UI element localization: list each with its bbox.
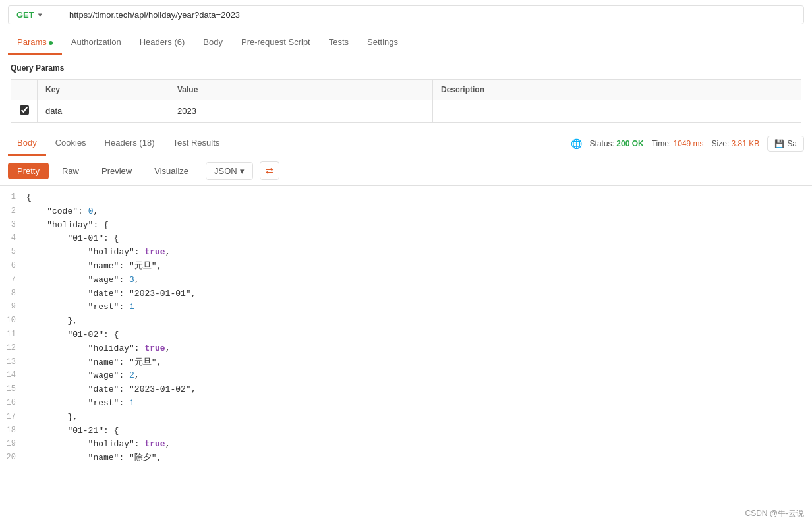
json-line: 5 "holiday": true, bbox=[0, 246, 812, 260]
line-number: 1 bbox=[0, 191, 26, 205]
line-number: 5 bbox=[0, 246, 26, 260]
line-content: "holiday": true, bbox=[26, 342, 804, 356]
tab-tests[interactable]: Tests bbox=[320, 30, 358, 55]
tab-headers[interactable]: Headers (6) bbox=[130, 30, 194, 55]
save-icon: 💾 bbox=[774, 139, 784, 148]
json-line: 15 "date": "2023-01-02", bbox=[0, 383, 812, 397]
resp-tab-headers[interactable]: Headers (18) bbox=[96, 131, 164, 156]
json-line: 13 "name": "元旦", bbox=[0, 356, 812, 370]
line-number: 10 bbox=[0, 314, 26, 328]
col-key-header: Key bbox=[38, 80, 169, 100]
row-checkbox-cell bbox=[11, 100, 38, 123]
response-tabs-row: Body Cookies Headers (18) Test Results 🌐… bbox=[0, 131, 812, 156]
json-line: 16 "rest": 1 bbox=[0, 397, 812, 411]
size-label: Size: 3.81 KB bbox=[712, 139, 760, 148]
line-content: "01-21": { bbox=[26, 424, 804, 438]
line-content: "01-02": { bbox=[26, 328, 804, 342]
line-number: 2 bbox=[0, 205, 26, 219]
line-content: "wage": 3, bbox=[26, 274, 804, 287]
resp-tab-body[interactable]: Body bbox=[8, 131, 46, 156]
params-dot bbox=[49, 41, 53, 45]
url-bar: GET ▾ bbox=[0, 0, 812, 30]
col-value-header: Value bbox=[169, 80, 433, 100]
json-line: 8 "date": "2023-01-01", bbox=[0, 287, 812, 301]
json-line: 9 "rest": 1 bbox=[0, 301, 812, 314]
line-content: "01-01": { bbox=[26, 232, 804, 246]
fmt-tab-pretty[interactable]: Pretty bbox=[8, 163, 49, 179]
status-value: 200 OK bbox=[616, 139, 643, 148]
format-dropdown[interactable]: JSON ▾ bbox=[206, 162, 253, 180]
line-content: "rest": 1 bbox=[26, 301, 804, 314]
line-content: "name": "除夕", bbox=[26, 452, 804, 465]
line-content: "date": "2023-01-01", bbox=[26, 287, 804, 301]
request-tabs: Params Authorization Headers (6) Body Pr… bbox=[0, 30, 812, 55]
fmt-tab-raw[interactable]: Raw bbox=[53, 163, 88, 179]
wrap-button[interactable]: ⇄ bbox=[260, 161, 279, 180]
line-number: 3 bbox=[0, 219, 26, 233]
fmt-tab-visualize[interactable]: Visualize bbox=[145, 163, 198, 179]
time-value: 1049 ms bbox=[674, 139, 704, 148]
line-content: "holiday": true, bbox=[26, 246, 804, 260]
line-number: 12 bbox=[0, 342, 26, 356]
response-meta: 🌐 Status: 200 OK Time: 1049 ms Size: 3.8… bbox=[571, 136, 804, 152]
line-number: 6 bbox=[0, 260, 26, 274]
row-checkbox[interactable] bbox=[20, 105, 29, 115]
json-line: 2 "code": 0, bbox=[0, 205, 812, 219]
line-content: "code": 0, bbox=[26, 205, 804, 219]
row-value[interactable]: 2023 bbox=[169, 100, 433, 123]
fmt-tab-preview[interactable]: Preview bbox=[92, 163, 141, 179]
line-number: 20 bbox=[0, 452, 26, 465]
json-line: 12 "holiday": true, bbox=[0, 342, 812, 356]
json-line: 11 "01-02": { bbox=[0, 328, 812, 342]
resp-tab-test-results[interactable]: Test Results bbox=[163, 131, 229, 156]
col-check-header bbox=[11, 80, 38, 100]
line-content: "rest": 1 bbox=[26, 397, 804, 411]
line-number: 14 bbox=[0, 369, 26, 383]
save-response-button[interactable]: 💾 Sa bbox=[767, 136, 804, 152]
line-content: { bbox=[26, 191, 804, 205]
resp-tab-cookies[interactable]: Cookies bbox=[46, 131, 96, 156]
line-number: 17 bbox=[0, 411, 26, 424]
json-line: 17 }, bbox=[0, 411, 812, 424]
dropdown-chevron: ▾ bbox=[240, 166, 245, 176]
tab-pre-request[interactable]: Pre-request Script bbox=[232, 30, 320, 55]
tab-body[interactable]: Body bbox=[194, 30, 232, 55]
line-content: "name": "元旦", bbox=[26, 260, 804, 274]
line-number: 11 bbox=[0, 328, 26, 342]
method-label: GET bbox=[16, 10, 34, 20]
line-number: 15 bbox=[0, 383, 26, 397]
tab-params[interactable]: Params bbox=[8, 30, 62, 55]
table-row: data 2023 bbox=[11, 100, 801, 123]
line-number: 4 bbox=[0, 232, 26, 246]
method-chevron: ▾ bbox=[38, 11, 42, 18]
time-label: Time: 1049 ms bbox=[652, 139, 704, 148]
size-value: 3.81 KB bbox=[732, 139, 760, 148]
json-line: 18 "01-21": { bbox=[0, 424, 812, 438]
json-line: 7 "wage": 3, bbox=[0, 274, 812, 287]
url-input[interactable] bbox=[61, 5, 804, 24]
row-description[interactable] bbox=[433, 100, 801, 123]
wrap-icon: ⇄ bbox=[266, 165, 274, 176]
line-number: 8 bbox=[0, 287, 26, 301]
line-content: "holiday": { bbox=[26, 219, 804, 233]
format-toolbar: Pretty Raw Preview Visualize JSON ▾ ⇄ bbox=[0, 156, 812, 186]
response-section: Body Cookies Headers (18) Test Results 🌐… bbox=[0, 131, 812, 471]
json-line: 4 "01-01": { bbox=[0, 232, 812, 246]
status-label: Status: 200 OK bbox=[590, 139, 644, 148]
method-selector[interactable]: GET ▾ bbox=[8, 5, 61, 24]
line-number: 7 bbox=[0, 274, 26, 287]
line-number: 18 bbox=[0, 424, 26, 438]
line-content: "holiday": true, bbox=[26, 438, 804, 452]
query-params-title: Query Params bbox=[11, 63, 801, 73]
col-desc-header: Description bbox=[433, 80, 801, 100]
tab-authorization[interactable]: Authorization bbox=[62, 30, 130, 55]
tab-settings[interactable]: Settings bbox=[358, 30, 407, 55]
row-key[interactable]: data bbox=[38, 100, 169, 123]
json-line: 20 "name": "除夕", bbox=[0, 452, 812, 465]
json-line: 14 "wage": 2, bbox=[0, 369, 812, 383]
response-tabs: Body Cookies Headers (18) Test Results bbox=[8, 131, 229, 156]
params-table: Key Value Description data 2023 bbox=[11, 79, 801, 123]
line-number: 16 bbox=[0, 397, 26, 411]
json-line: 19 "holiday": true, bbox=[0, 438, 812, 452]
query-params-section: Query Params Key Value Description data … bbox=[0, 55, 812, 131]
